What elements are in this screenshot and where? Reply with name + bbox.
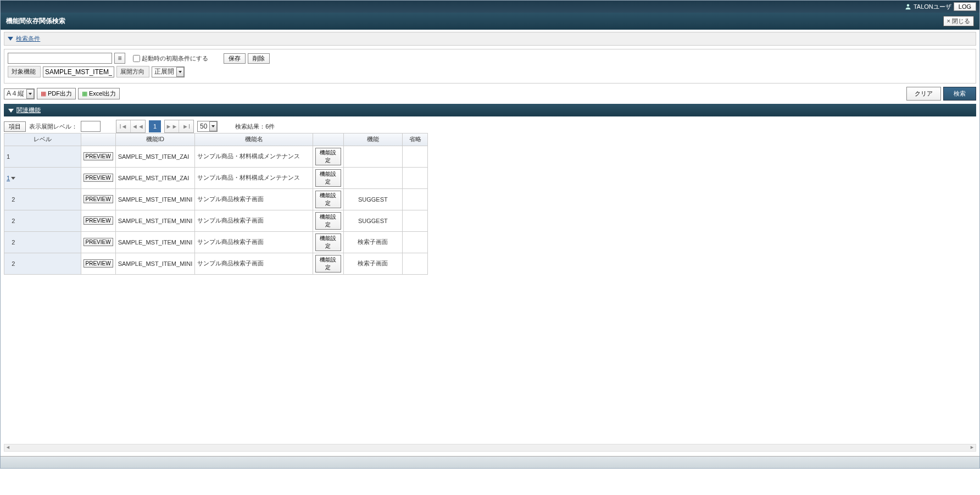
- preview-button[interactable]: PREVIEW: [83, 216, 113, 225]
- pager-next: ►► ►I: [164, 120, 194, 133]
- result-count: 検索結果：6件: [235, 123, 275, 131]
- delete-button[interactable]: 削除: [248, 53, 270, 64]
- preview-button[interactable]: PREVIEW: [83, 238, 113, 246]
- page-number: 1: [149, 120, 161, 132]
- expand-level-label: 表示展開レベル：: [29, 123, 77, 131]
- abbr-cell: [403, 253, 428, 274]
- topbar: TALONユーザ LOG: [1, 1, 979, 13]
- chevron-down-icon[interactable]: [209, 121, 217, 131]
- level-cell: 2: [4, 188, 81, 210]
- titlebar: 機能間依存関係検索 × 閉じる: [1, 13, 979, 30]
- abbr-cell: [403, 210, 428, 231]
- pager: I◄ ◄◄: [116, 120, 146, 133]
- table-row: 2PREVIEWSAMPLE_MST_ITEM_MINIサンプル商品検索子画面機…: [4, 188, 428, 210]
- startup-checkbox-text: 起動時の初期条件にする: [142, 54, 208, 63]
- horizontal-scrollbar[interactable]: [4, 444, 976, 452]
- name-cell: サンプル商品検索子画面: [195, 231, 313, 253]
- abbr-cell: [403, 167, 428, 188]
- chevron-down-icon[interactable]: [26, 89, 34, 99]
- page-size-value: 50: [198, 123, 209, 130]
- level-cell: 1: [4, 167, 81, 188]
- condition-name-input[interactable]: [8, 53, 112, 64]
- collapse-icon[interactable]: [8, 109, 14, 113]
- prev-page-button[interactable]: ◄◄: [131, 120, 145, 132]
- direction-label: 展開方向: [116, 66, 149, 77]
- preview-button[interactable]: PREVIEW: [83, 174, 113, 182]
- func-cell: [343, 146, 403, 167]
- col-level: レベル: [4, 134, 81, 146]
- settings-button[interactable]: 機能設定: [315, 233, 341, 251]
- last-page-button[interactable]: ►I: [179, 120, 193, 132]
- direction-select[interactable]: 正展開: [152, 66, 185, 77]
- startup-checkbox[interactable]: [133, 55, 140, 62]
- name-cell: サンプル商品検索子画面: [195, 253, 313, 274]
- next-page-button[interactable]: ►►: [165, 120, 179, 132]
- col-id: 機能ID: [115, 134, 195, 146]
- settings-button[interactable]: 機能設定: [315, 255, 341, 272]
- col-func: 機能: [343, 134, 403, 146]
- settings-button[interactable]: 機能設定: [315, 191, 341, 208]
- func-cell: 検索子画面: [343, 253, 403, 274]
- collapse-icon[interactable]: [8, 37, 13, 41]
- startup-checkbox-label[interactable]: 起動時の初期条件にする: [133, 54, 208, 63]
- log-button[interactable]: LOG: [954, 2, 976, 11]
- name-cell: サンプル商品検索子画面: [195, 188, 313, 210]
- result-heading[interactable]: 関連機能: [16, 107, 41, 113]
- id-cell: SAMPLE_MST_ITEM_MINI: [115, 231, 195, 253]
- result-table-wrap: レベル 機能ID 機能名 機能 省略 1PREVIEWSAMPLE_MST_IT…: [4, 133, 428, 275]
- paper-select[interactable]: A４縦: [4, 88, 35, 99]
- pdf-icon: ▦: [41, 90, 46, 97]
- settings-button[interactable]: 機能設定: [315, 148, 341, 165]
- first-page-button[interactable]: I◄: [116, 120, 131, 132]
- col-abbr: 省略: [403, 134, 428, 146]
- id-cell: SAMPLE_MST_ITEM_ZAI: [115, 146, 195, 167]
- abbr-cell: [403, 146, 428, 167]
- footer: [1, 456, 979, 468]
- page-size-select[interactable]: 50: [197, 121, 218, 132]
- close-button[interactable]: × 閉じる: [943, 16, 974, 26]
- level-cell: 2: [4, 253, 81, 274]
- func-cell: SUGGEST: [343, 210, 403, 231]
- table-row: 1PREVIEWSAMPLE_MST_ITEM_ZAIサンプル商品・材料構成メン…: [4, 167, 428, 188]
- id-cell: SAMPLE_MST_ITEM_MINI: [115, 253, 195, 274]
- func-cell: 検索子画面: [343, 231, 403, 253]
- preview-button[interactable]: PREVIEW: [83, 259, 113, 268]
- col-preview: [81, 134, 115, 146]
- excel-export-button[interactable]: ▦Excel出力: [78, 88, 120, 99]
- level-cell: 2: [4, 231, 81, 253]
- save-button[interactable]: 保存: [224, 53, 246, 64]
- search-button[interactable]: 検索: [943, 87, 976, 101]
- search-conditions: ≡ 起動時の初期条件にする 保存 削除 対象機能 展開方向 正展開: [4, 49, 976, 84]
- table-row: 2PREVIEWSAMPLE_MST_ITEM_MINIサンプル商品検索子画面機…: [4, 210, 428, 231]
- table-row: 1PREVIEWSAMPLE_MST_ITEM_ZAIサンプル商品・材料構成メン…: [4, 146, 428, 167]
- level-cell: 1: [4, 146, 81, 167]
- clear-button[interactable]: クリア: [906, 87, 941, 101]
- settings-button[interactable]: 機能設定: [315, 169, 341, 187]
- chevron-down-icon[interactable]: [176, 67, 184, 77]
- search-heading[interactable]: 検索条件: [16, 35, 40, 42]
- paper-value: A４縦: [4, 89, 26, 98]
- col-name: 機能名: [195, 134, 313, 146]
- level-cell: 2: [4, 210, 81, 231]
- target-input[interactable]: [43, 66, 114, 77]
- id-cell: SAMPLE_MST_ITEM_MINI: [115, 188, 195, 210]
- table-row: 2PREVIEWSAMPLE_MST_ITEM_MINIサンプル商品検索子画面機…: [4, 231, 428, 253]
- direction-value: 正展開: [152, 67, 176, 76]
- page-title: 機能間依存関係検索: [6, 16, 65, 26]
- user-icon: [905, 3, 911, 10]
- preview-button[interactable]: PREVIEW: [83, 195, 113, 203]
- settings-button[interactable]: 機能設定: [315, 212, 341, 230]
- pdf-export-button[interactable]: ▦PDF出力: [37, 88, 76, 99]
- chevron-down-icon[interactable]: [11, 177, 15, 180]
- preview-button[interactable]: PREVIEW: [83, 152, 113, 160]
- id-cell: SAMPLE_MST_ITEM_ZAI: [115, 167, 195, 188]
- abbr-cell: [403, 231, 428, 253]
- name-cell: サンプル商品検索子画面: [195, 210, 313, 231]
- level-expand-link[interactable]: 1: [7, 175, 10, 181]
- func-cell: SUGGEST: [343, 188, 403, 210]
- export-bar: A４縦 ▦PDF出力 ▦Excel出力 クリア 検索: [4, 87, 976, 101]
- expand-level-input[interactable]: [81, 121, 101, 132]
- list-icon-button[interactable]: ≡: [114, 53, 125, 64]
- columns-button[interactable]: 項目: [4, 121, 26, 132]
- svg-point-0: [907, 4, 910, 7]
